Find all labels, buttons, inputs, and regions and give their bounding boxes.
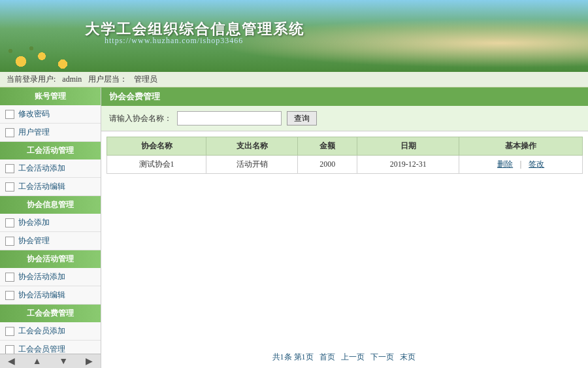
sidebar-scroll-down[interactable]: ▼ — [56, 356, 71, 367]
sidebar-section-association-activity: 协会活动管理 — [0, 250, 101, 268]
content-header: 协会会费管理 — [101, 88, 588, 106]
pagination: 共1条 第1页 首页 上一页 下一页 末页 — [101, 346, 588, 368]
sidebar-label-add-union-activity: 工会活动添加 — [18, 163, 65, 174]
pagination-prev[interactable]: 上一页 — [341, 352, 365, 361]
search-input[interactable] — [177, 111, 282, 125]
table-container: 协会名称 支出名称 金额 日期 基本操作 测试协会1 活动开销 2000 201… — [101, 131, 588, 346]
main-container: 账号管理 修改密码 用户管理 工会活动管理 工会活动添加 工会活动编辑 协会信息… — [0, 88, 588, 368]
checkbox-manage-union-activity[interactable] — [5, 182, 14, 192]
sidebar-label-manage-union-activity: 工会活动编辑 — [18, 181, 65, 192]
delete-action[interactable]: 删除 — [497, 159, 513, 169]
sidebar-item-add-assoc-activity[interactable]: 协会活动添加 — [0, 268, 101, 286]
sidebar-item-add-association[interactable]: 协会添加 — [0, 214, 101, 232]
sidebar-label-add-union-member: 工会会员添加 — [18, 326, 65, 337]
cell-expense-name: 活动开销 — [206, 156, 298, 174]
checkbox-add-association[interactable] — [5, 218, 14, 227]
user-role: 管理员 — [134, 74, 157, 85]
cell-amount: 2000 — [298, 156, 357, 174]
cell-date: 2019-12-31 — [357, 156, 459, 174]
data-table: 协会名称 支出名称 金额 日期 基本操作 测试协会1 活动开销 2000 201… — [106, 137, 583, 174]
col-actions: 基本操作 — [459, 137, 583, 156]
page-header: 大学工会组织综合信息管理系统 https://www.huzhan.com/is… — [0, 0, 588, 72]
pagination-text: 共1条 第1页 — [272, 352, 314, 361]
sidebar-label-manage-assoc-activity: 协会活动编辑 — [18, 290, 65, 301]
user-label: 当前登录用户: — [7, 74, 56, 85]
search-label: 请输入协会名称： — [109, 113, 172, 124]
table-header-row: 协会名称 支出名称 金额 日期 基本操作 — [107, 137, 583, 156]
sidebar-bottom-nav: ◀ ▲ ▼ ▶ — [0, 354, 101, 368]
checkbox-change-password[interactable] — [5, 110, 14, 119]
search-bar: 请输入协会名称： 查询 — [101, 106, 588, 131]
sidebar-item-manage-union-activity[interactable]: 工会活动编辑 — [0, 178, 101, 196]
sidebar-item-change-password[interactable]: 修改密码 — [0, 105, 101, 124]
search-button[interactable]: 查询 — [287, 111, 317, 125]
checkbox-manage-association[interactable] — [5, 237, 14, 246]
content-area: 协会会费管理 请输入协会名称： 查询 协会名称 支出名称 金额 日期 基本操作 — [101, 88, 588, 368]
sidebar-section-account: 账号管理 — [0, 88, 101, 105]
cell-actions: 删除 ｜ 签改 — [459, 156, 583, 174]
checkbox-add-union-activity[interactable] — [5, 164, 14, 173]
checkbox-manage-assoc-activity[interactable] — [5, 291, 14, 300]
checkbox-add-union-member[interactable] — [5, 327, 14, 336]
sidebar-item-manage-assoc-activity[interactable]: 协会活动编辑 — [0, 286, 101, 305]
sidebar-section-association-info: 协会信息管理 — [0, 196, 101, 214]
table-row: 测试协会1 活动开销 2000 2019-12-31 删除 ｜ 签改 — [107, 156, 583, 174]
col-association: 协会名称 — [107, 137, 206, 156]
sidebar-section-union-member: 工会会费管理 — [0, 305, 101, 322]
sidebar-item-user-management[interactable]: 用户管理 — [0, 124, 101, 142]
sidebar-section-union-activity: 工会活动管理 — [0, 142, 101, 159]
sidebar-item-add-union-activity[interactable]: 工会活动添加 — [0, 159, 101, 178]
role-label: 用户层当： — [88, 74, 127, 85]
pagination-last[interactable]: 末页 — [400, 352, 416, 361]
sidebar-label-manage-association: 协会管理 — [18, 235, 50, 246]
sidebar-scroll-left[interactable]: ◀ — [5, 356, 18, 367]
pagination-next[interactable]: 下一页 — [370, 352, 394, 361]
sidebar-scroll-up[interactable]: ▲ — [30, 356, 44, 367]
checkbox-manage-union-member[interactable] — [5, 345, 14, 354]
sidebar: 账号管理 修改密码 用户管理 工会活动管理 工会活动添加 工会活动编辑 协会信息… — [0, 88, 101, 368]
checkbox-add-assoc-activity[interactable] — [5, 273, 14, 282]
col-amount: 金额 — [298, 137, 357, 156]
sidebar-item-add-union-member[interactable]: 工会会员添加 — [0, 322, 101, 341]
cell-association: 测试协会1 — [107, 156, 206, 174]
sidebar-scroll-right[interactable]: ▶ — [83, 356, 95, 367]
col-date: 日期 — [357, 137, 459, 156]
edit-action[interactable]: 签改 — [529, 159, 544, 169]
col-expense: 支出名称 — [206, 137, 298, 156]
sidebar-label-add-assoc-activity: 协会活动添加 — [18, 271, 65, 282]
sidebar-label-user-management: 用户管理 — [18, 127, 50, 138]
info-bar: 当前登录用户: admin 用户层当： 管理员 — [0, 72, 588, 88]
sidebar-label-add-association: 协会添加 — [18, 217, 50, 228]
sidebar-label-change-password: 修改密码 — [18, 109, 50, 120]
sidebar-item-manage-association[interactable]: 协会管理 — [0, 232, 101, 250]
pagination-first[interactable]: 首页 — [319, 352, 335, 361]
username: admin — [62, 75, 82, 84]
checkbox-user-management[interactable] — [5, 128, 14, 137]
header-subtitle: https://www.huzhan.com/ishop33466 — [105, 36, 243, 46]
action-separator: ｜ — [517, 159, 525, 169]
